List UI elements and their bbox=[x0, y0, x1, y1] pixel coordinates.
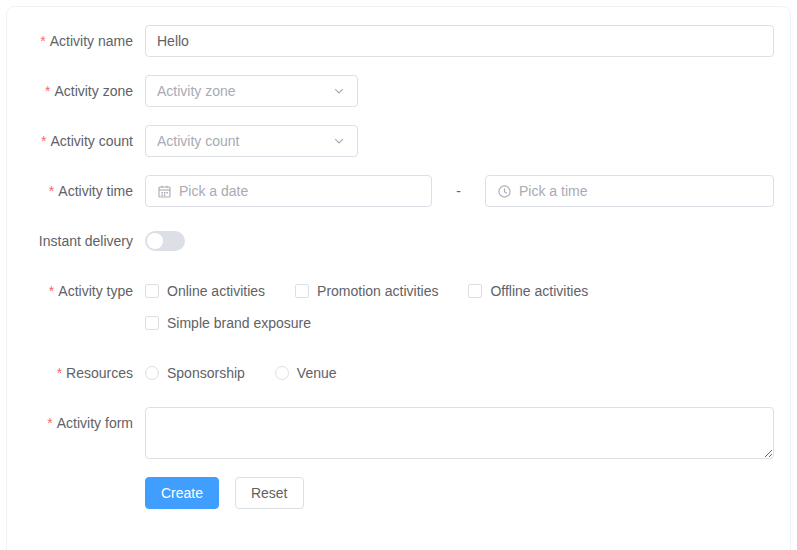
activity-type-checkbox-group: Online activities Promotion activities O… bbox=[145, 275, 774, 339]
required-marker: * bbox=[47, 415, 52, 431]
resources-row: *Resources Sponsorship Venue bbox=[0, 357, 774, 389]
checkbox-box-icon bbox=[468, 284, 482, 298]
required-marker: * bbox=[49, 183, 54, 199]
checkbox-offline-activities[interactable]: Offline activities bbox=[468, 275, 588, 307]
required-marker: * bbox=[57, 365, 62, 381]
required-marker: * bbox=[41, 133, 46, 149]
toggle-knob bbox=[147, 233, 163, 249]
radio-label: Sponsorship bbox=[167, 365, 245, 381]
activity-form-textarea[interactable] bbox=[145, 407, 774, 459]
activity-form: *Activity name *Activity zone Activity z… bbox=[0, 25, 774, 527]
required-marker: * bbox=[49, 283, 54, 299]
activity-name-label-text: Activity name bbox=[50, 33, 133, 49]
required-marker: * bbox=[40, 33, 45, 49]
checkbox-online-activities[interactable]: Online activities bbox=[145, 275, 265, 307]
date-picker-placeholder: Pick a date bbox=[179, 183, 248, 199]
checkbox-box-icon bbox=[295, 284, 309, 298]
form-actions-row: Create Reset bbox=[0, 477, 774, 509]
activity-form-content bbox=[145, 407, 774, 459]
activity-form-label-text: Activity form bbox=[57, 415, 133, 431]
activity-form-label: *Activity form bbox=[0, 407, 133, 459]
resources-label: *Resources bbox=[0, 357, 133, 389]
activity-type-content: Online activities Promotion activities O… bbox=[145, 275, 774, 339]
checkbox-promotion-activities[interactable]: Promotion activities bbox=[295, 275, 438, 307]
activity-zone-select[interactable]: Activity zone bbox=[145, 75, 358, 107]
checkbox-label: Online activities bbox=[167, 283, 265, 299]
instant-delivery-row: Instant delivery bbox=[0, 225, 774, 257]
activity-type-label: *Activity type bbox=[0, 275, 133, 339]
activity-time-pickers: Pick a date - Pick a time bbox=[145, 175, 774, 207]
activity-count-label-text: Activity count bbox=[51, 133, 133, 149]
activity-count-select[interactable]: Activity count bbox=[145, 125, 358, 157]
activity-name-content bbox=[145, 25, 774, 57]
activity-name-input[interactable] bbox=[157, 33, 762, 49]
activity-zone-placeholder: Activity zone bbox=[157, 83, 332, 99]
activity-zone-row: *Activity zone Activity zone bbox=[0, 75, 774, 107]
activity-count-label: *Activity count bbox=[0, 125, 133, 157]
activity-count-placeholder: Activity count bbox=[157, 133, 332, 149]
instant-delivery-content bbox=[145, 225, 774, 257]
create-button[interactable]: Create bbox=[145, 477, 219, 509]
activity-zone-label-text: Activity zone bbox=[54, 83, 133, 99]
calendar-icon bbox=[157, 184, 172, 199]
radio-label: Venue bbox=[297, 365, 337, 381]
radio-circle-icon bbox=[145, 366, 159, 380]
time-range-separator: - bbox=[432, 183, 485, 199]
radio-sponsorship[interactable]: Sponsorship bbox=[145, 357, 245, 389]
time-picker-placeholder: Pick a time bbox=[519, 183, 587, 199]
chevron-down-icon bbox=[332, 134, 346, 148]
checkbox-label: Simple brand exposure bbox=[167, 315, 311, 331]
checkbox-box-icon bbox=[145, 316, 159, 330]
activity-count-row: *Activity count Activity count bbox=[0, 125, 774, 157]
radio-venue[interactable]: Venue bbox=[275, 357, 337, 389]
radio-circle-icon bbox=[275, 366, 289, 380]
activity-time-row: *Activity time Pick a date - Pick a time bbox=[0, 175, 774, 207]
date-picker[interactable]: Pick a date bbox=[145, 175, 432, 207]
form-actions-spacer bbox=[0, 477, 133, 509]
instant-delivery-toggle[interactable] bbox=[145, 231, 185, 251]
reset-button[interactable]: Reset bbox=[235, 477, 304, 509]
activity-zone-label: *Activity zone bbox=[0, 75, 133, 107]
resources-radio-group: Sponsorship Venue bbox=[145, 357, 774, 389]
activity-zone-content: Activity zone bbox=[145, 75, 774, 107]
chevron-down-icon bbox=[332, 84, 346, 98]
activity-count-content: Activity count bbox=[145, 125, 774, 157]
activity-name-label: *Activity name bbox=[0, 25, 133, 57]
resources-content: Sponsorship Venue bbox=[145, 357, 774, 389]
checkbox-label: Promotion activities bbox=[317, 283, 438, 299]
resources-label-text: Resources bbox=[66, 365, 133, 381]
required-marker: * bbox=[45, 83, 50, 99]
activity-form-row: *Activity form bbox=[0, 407, 774, 459]
form-actions: Create Reset bbox=[145, 477, 774, 509]
clock-icon bbox=[497, 184, 512, 199]
time-picker[interactable]: Pick a time bbox=[485, 175, 774, 207]
activity-type-row: *Activity type Online activities Promoti… bbox=[0, 275, 774, 339]
instant-delivery-label-text: Instant delivery bbox=[39, 233, 133, 249]
activity-time-label: *Activity time bbox=[0, 175, 133, 207]
instant-delivery-label: Instant delivery bbox=[0, 225, 133, 257]
activity-type-label-text: Activity type bbox=[58, 283, 133, 299]
activity-time-content: Pick a date - Pick a time bbox=[145, 175, 774, 207]
activity-name-input-wrapper bbox=[145, 25, 774, 57]
checkbox-label: Offline activities bbox=[490, 283, 588, 299]
activity-time-label-text: Activity time bbox=[58, 183, 133, 199]
checkbox-simple-brand-exposure[interactable]: Simple brand exposure bbox=[145, 307, 311, 339]
activity-name-row: *Activity name bbox=[0, 25, 774, 57]
checkbox-box-icon bbox=[145, 284, 159, 298]
